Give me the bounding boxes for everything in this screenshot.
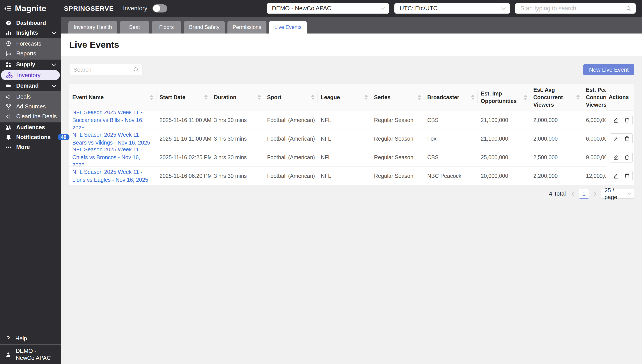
audiences-people-icon bbox=[5, 124, 12, 130]
column-header-sport[interactable]: Sport bbox=[264, 84, 318, 110]
page-size-select[interactable]: 25 / page bbox=[601, 189, 634, 199]
page-size-value: 25 / page bbox=[604, 187, 627, 200]
sidebar-item-label: Demand bbox=[16, 82, 39, 89]
column-header-est-imp-opportunities[interactable]: Est. Imp Opportunities bbox=[478, 84, 530, 110]
cell-league: NFL bbox=[318, 111, 371, 129]
notifications-count-badge: 46 bbox=[58, 134, 70, 140]
previous-page-button[interactable] bbox=[571, 191, 575, 197]
event-link[interactable]: NFL Season 2025 Week 11 - Buccaneers vs … bbox=[72, 111, 153, 129]
table-row: NFL Season 2025 Week 11 - Bears vs Vikin… bbox=[69, 130, 634, 148]
search-icon bbox=[626, 6, 632, 12]
tab-brand-safety[interactable]: Brand Safety bbox=[184, 21, 225, 34]
cell-est-imp: 21,100,000 bbox=[478, 111, 530, 129]
tab-live-events[interactable]: Live Events bbox=[269, 21, 307, 34]
topbar-controls: DEMO - NewCo APAC UTC: Etc/UTC bbox=[267, 3, 642, 14]
event-link[interactable]: NFL Season 2025 Week 11 - Bears vs Vikin… bbox=[72, 131, 153, 146]
cell-duration: 3 hrs 30 mins bbox=[211, 148, 264, 166]
title-band: Live Events bbox=[61, 34, 642, 56]
sidebar-item-notifications[interactable]: Notifications 46 bbox=[0, 132, 61, 142]
delete-button[interactable] bbox=[621, 134, 632, 144]
column-header-event-name[interactable]: Event Name bbox=[69, 84, 157, 110]
demand-submenu: Deals Ad Sources ClearLine Deals bbox=[0, 91, 61, 122]
actions-column: Actions bbox=[606, 84, 634, 185]
table-row: NFL Season 2025 Week 11 - Chiefs vs Bron… bbox=[69, 148, 634, 167]
inventory-mode-toggle[interactable] bbox=[153, 4, 167, 12]
event-link[interactable]: NFL Season 2025 Week 11 - Lions vs Eagle… bbox=[72, 168, 153, 184]
delete-button[interactable] bbox=[621, 171, 632, 181]
total-count: 4 Total bbox=[549, 190, 566, 197]
sidebar-item-label: Audiences bbox=[16, 124, 45, 131]
help-button[interactable]: ? Help bbox=[0, 332, 61, 344]
table-header-row: Event Name Start Date Duration Sport Lea… bbox=[69, 84, 634, 111]
sidebar-item-audiences[interactable]: Audiences bbox=[0, 122, 61, 132]
toggle-knob bbox=[153, 5, 160, 12]
springserve-wordmark: SPRINGSERVE bbox=[64, 5, 114, 12]
cell-league: NFL bbox=[318, 167, 371, 185]
sort-arrows-icon bbox=[148, 94, 153, 100]
timezone-select[interactable]: UTC: Etc/UTC bbox=[394, 3, 510, 14]
sidebar-item-clearline-deals[interactable]: ClearLine Deals bbox=[0, 112, 61, 121]
column-header-league[interactable]: League bbox=[318, 84, 371, 110]
inventory-sitemap-icon bbox=[6, 72, 13, 78]
table-row: NFL Season 2025 Week 11 - Lions vs Eagle… bbox=[69, 167, 634, 185]
sidebar-item-insights[interactable]: Insights bbox=[0, 28, 61, 38]
megaphone-icon bbox=[5, 114, 12, 120]
sidebar-item-inventory[interactable]: Inventory bbox=[1, 70, 60, 80]
sidebar-item-label: Dashboard bbox=[16, 20, 46, 26]
inventory-toggle-label: Inventory bbox=[123, 5, 147, 12]
delete-button[interactable] bbox=[621, 115, 632, 125]
tab-seat[interactable]: Seat bbox=[120, 21, 149, 34]
collapse-menu-icon[interactable] bbox=[5, 6, 12, 12]
account-select[interactable]: DEMO - NewCo APAC bbox=[267, 3, 389, 14]
global-search-input[interactable] bbox=[520, 5, 626, 12]
column-header-duration[interactable]: Duration bbox=[211, 84, 264, 110]
global-search bbox=[515, 3, 636, 14]
account-menu[interactable]: DEMO - NewCo APAC bbox=[0, 345, 61, 364]
dashboard-gauge-icon bbox=[5, 20, 12, 26]
event-link[interactable]: NFL Season 2025 Week 11 - Chiefs vs Bron… bbox=[72, 148, 153, 166]
app-window: Magnite Dashboard Insights bbox=[0, 0, 642, 364]
sidebar-item-label: Reports bbox=[16, 50, 36, 57]
insights-chart-icon bbox=[5, 30, 12, 36]
sidebar-item-more[interactable]: More bbox=[0, 142, 61, 152]
column-header-series[interactable]: Series bbox=[371, 84, 424, 110]
user-avatar-icon bbox=[5, 351, 12, 358]
table-search bbox=[69, 64, 142, 75]
cell-est-imp: 21,100,000 bbox=[478, 130, 530, 148]
sidebar: Magnite Dashboard Insights bbox=[0, 0, 61, 364]
sidebar-item-demand[interactable]: Demand bbox=[0, 81, 61, 91]
new-live-event-button[interactable]: New Live Event bbox=[583, 64, 634, 75]
row-actions bbox=[606, 148, 634, 166]
edit-button[interactable] bbox=[610, 152, 621, 162]
cell-duration: 3 hrs 30 mins bbox=[211, 167, 264, 185]
sidebar-item-reports[interactable]: Reports bbox=[0, 48, 61, 58]
sidebar-item-ad-sources[interactable]: Ad Sources bbox=[0, 102, 61, 112]
edit-button[interactable] bbox=[610, 171, 621, 181]
table-search-input[interactable] bbox=[73, 66, 133, 73]
delete-button[interactable] bbox=[621, 152, 632, 162]
help-question-icon: ? bbox=[5, 335, 11, 342]
edit-button[interactable] bbox=[610, 134, 621, 144]
sidebar-item-supply[interactable]: Supply bbox=[0, 60, 61, 70]
branch-icon bbox=[5, 104, 12, 110]
sidebar-item-dashboard[interactable]: Dashboard bbox=[0, 18, 61, 28]
sidebar-item-deals[interactable]: Deals bbox=[0, 92, 61, 102]
sort-arrows-icon bbox=[309, 94, 315, 100]
cell-broadcaster: NBC Peacock bbox=[424, 167, 478, 185]
column-header-start-date[interactable]: Start Date bbox=[157, 84, 211, 110]
tab-inventory-health[interactable]: Inventory Health bbox=[68, 21, 117, 34]
next-page-button[interactable] bbox=[593, 191, 597, 197]
column-header-broadcaster[interactable]: Broadcaster bbox=[424, 84, 478, 110]
sidebar-item-forecasts[interactable]: Forecasts bbox=[0, 39, 61, 48]
sort-arrows-icon bbox=[415, 94, 421, 100]
cell-sport: Football (American) bbox=[264, 148, 318, 166]
tab-floors[interactable]: Floors bbox=[152, 21, 181, 34]
page-number-button[interactable]: 1 bbox=[579, 189, 589, 199]
edit-button[interactable] bbox=[610, 115, 621, 125]
sidebar-item-label: Supply bbox=[16, 61, 35, 68]
cell-broadcaster: CBS bbox=[424, 148, 478, 166]
sidebar-item-label: Inventory bbox=[17, 72, 41, 79]
megaphone-icon bbox=[5, 94, 12, 100]
tab-permissions[interactable]: Permissions bbox=[227, 21, 267, 34]
column-header-est-avg-concurrent-viewers[interactable]: Est. Avg Concurrent Viewers bbox=[530, 84, 583, 110]
